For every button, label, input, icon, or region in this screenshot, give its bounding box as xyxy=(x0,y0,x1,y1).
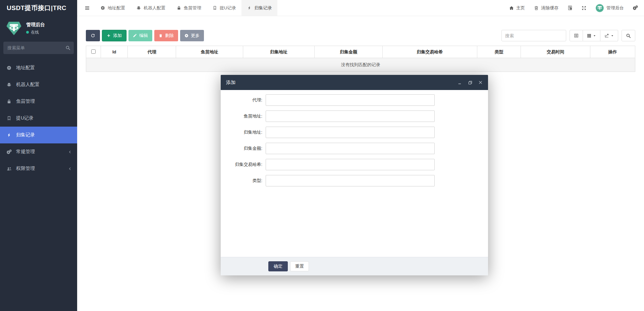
bookmark-icon xyxy=(7,116,16,121)
tab-robot-config[interactable]: 机器人配置 xyxy=(131,0,171,16)
toggle-pagination-button[interactable] xyxy=(570,30,583,41)
fry-address-label: 鱼苗地址: xyxy=(221,113,266,119)
fry-address-field[interactable] xyxy=(266,110,435,122)
bookmark-icon xyxy=(213,6,217,10)
clear-cache-link[interactable]: 清除缓存 xyxy=(534,5,558,11)
table-toolbar: 添加 编辑 删除 更多 xyxy=(86,30,635,41)
table-search-input[interactable] xyxy=(501,30,566,41)
sidebar-item-fry-management[interactable]: 鱼苗管理 xyxy=(0,93,77,110)
refresh-button[interactable] xyxy=(86,30,100,41)
topbar-tabs: 地址配置 机器人配置 鱼苗管理 提U记录 归集记录 xyxy=(95,0,277,16)
app-title[interactable]: USDT提币接口|TRC xyxy=(0,0,77,16)
online-status-label: 在线 xyxy=(31,30,39,35)
sidebar-item-label: 鱼苗管理 xyxy=(16,98,35,104)
tab-withdraw-records[interactable]: 提U记录 xyxy=(207,0,241,16)
close-icon[interactable] xyxy=(478,80,483,85)
empty-row: 没有找到匹配的记录 xyxy=(86,58,635,72)
plus-icon xyxy=(107,34,111,38)
type-field[interactable] xyxy=(266,175,435,186)
sidebar-item-withdraw-records[interactable]: 提U记录 xyxy=(0,110,77,127)
sidebar-item-collection-records[interactable]: 归集记录 xyxy=(0,127,77,143)
user-name: 管理后台 xyxy=(26,22,45,28)
select-all-checkbox[interactable] xyxy=(91,49,96,54)
search-icon xyxy=(626,33,631,38)
more-button[interactable]: 更多 xyxy=(180,30,204,41)
topbar: 地址配置 机器人配置 鱼苗管理 提U记录 归集记录 主页 清除缓存 xyxy=(77,0,644,16)
empty-message: 没有找到匹配的记录 xyxy=(86,58,635,72)
sidebar-item-label: 地址配置 xyxy=(16,65,35,71)
tab-collection-records[interactable]: 归集记录 xyxy=(241,0,277,16)
refresh-icon xyxy=(91,33,95,38)
collection-amount-label: 归集金额: xyxy=(221,145,266,151)
column-header-agent: 代理 xyxy=(128,46,176,58)
add-button-label: 添加 xyxy=(113,33,122,39)
sidebar-item-permission-management[interactable]: 权限管理 xyxy=(0,160,77,177)
tether-logo xyxy=(6,20,22,36)
gear-icon xyxy=(184,34,189,38)
delete-button[interactable]: 删除 xyxy=(154,30,178,41)
trash-icon xyxy=(534,6,539,10)
clear-cache-label: 清除缓存 xyxy=(541,5,558,11)
column-header-id: Id xyxy=(101,46,128,58)
edit-button[interactable]: 编辑 xyxy=(128,30,152,41)
cogs-icon xyxy=(7,149,16,154)
sidebar-item-robot-config[interactable]: 机器人配置 xyxy=(0,76,77,93)
trash-icon xyxy=(159,34,163,38)
dialog-title: 添加 xyxy=(226,80,235,86)
robot-icon xyxy=(137,6,141,10)
column-header-type: 类型 xyxy=(477,46,521,58)
settings-cogs-icon[interactable] xyxy=(633,5,638,10)
caret-down-icon xyxy=(611,34,614,37)
column-header-collection-amount: 归集金额 xyxy=(314,46,382,58)
sidebar: USDT提币接口|TRC 管理后台 在线 地址配置 机器人配置 xyxy=(0,0,77,311)
collection-address-field[interactable] xyxy=(266,127,435,138)
sidebar-item-address-config[interactable]: 地址配置 xyxy=(0,59,77,76)
column-header-collection-tx-hash: 归集交易哈希 xyxy=(382,46,477,58)
collection-tx-hash-label: 归集交易哈希: xyxy=(221,162,266,168)
chevron-left-icon xyxy=(68,167,72,171)
home-link[interactable]: 主页 xyxy=(509,5,525,11)
home-icon xyxy=(509,6,514,10)
delete-button-label: 删除 xyxy=(165,33,174,39)
lock-icon xyxy=(177,6,181,10)
menu-toggle-icon[interactable] xyxy=(77,5,95,11)
minimize-icon[interactable] xyxy=(458,80,462,85)
search-button[interactable] xyxy=(622,30,635,41)
collection-tx-hash-field[interactable] xyxy=(266,159,435,170)
tab-fry-management[interactable]: 鱼苗管理 xyxy=(171,0,207,16)
sidebar-item-label: 常规管理 xyxy=(16,149,35,155)
tab-label: 地址配置 xyxy=(108,5,125,11)
caret-down-icon xyxy=(593,34,596,37)
dialog-header[interactable]: 添加 xyxy=(221,75,488,90)
fullscreen-icon[interactable] xyxy=(582,6,586,10)
form-row-collection-address: 归集地址: xyxy=(221,127,488,138)
agent-field[interactable] xyxy=(266,94,435,106)
select-all-header xyxy=(86,46,101,58)
admin-menu[interactable]: 管理后台 xyxy=(595,4,624,12)
add-button[interactable]: 添加 xyxy=(102,30,126,41)
table-header-row: Id 代理 鱼苗地址 归集地址 归集金额 归集交易哈希 类型 交易时间 操作 xyxy=(86,46,635,58)
maximize-icon[interactable] xyxy=(468,80,473,85)
columns-button[interactable] xyxy=(583,30,600,41)
tab-label: 归集记录 xyxy=(254,5,272,11)
sidebar-item-label: 权限管理 xyxy=(16,166,35,172)
reset-button[interactable]: 重置 xyxy=(290,261,309,271)
sidebar-item-general-management[interactable]: 常规管理 xyxy=(0,143,77,160)
chevron-left-icon xyxy=(68,150,72,154)
document-icon[interactable] xyxy=(568,5,573,10)
lock-icon xyxy=(7,99,16,104)
table-view-buttons xyxy=(570,30,618,41)
collection-amount-field[interactable] xyxy=(266,143,435,154)
add-dialog: 添加 代理: 鱼苗地址: 归集地址: 归集金额: 归集交易哈希: 类型: xyxy=(221,75,488,275)
agent-label: 代理: xyxy=(221,97,266,103)
more-button-label: 更多 xyxy=(191,33,200,39)
column-header-actions: 操作 xyxy=(590,46,635,58)
tab-address-config[interactable]: 地址配置 xyxy=(95,0,131,16)
sidebar-search-input[interactable] xyxy=(3,42,74,54)
export-button[interactable] xyxy=(600,30,618,41)
admin-label: 管理后台 xyxy=(606,5,624,11)
topbar-right: 主页 清除缓存 管理后台 xyxy=(509,4,644,12)
ok-button[interactable]: 确定 xyxy=(268,261,288,271)
gear-icon xyxy=(101,6,105,10)
grid-icon xyxy=(587,34,591,38)
